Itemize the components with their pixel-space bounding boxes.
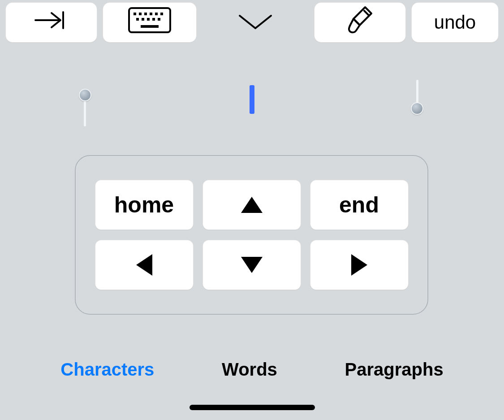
svg-rect-9 [136,18,139,21]
arrow-up-button[interactable] [202,180,301,230]
tab-characters[interactable]: Characters [60,359,154,380]
keyboard-button[interactable] [103,2,197,43]
tab-characters-label: Characters [60,359,154,379]
svg-rect-4 [139,13,142,15]
toolbar: undo [0,2,504,43]
home-label: home [114,192,174,218]
svg-rect-11 [147,18,150,21]
tab-paragraphs[interactable]: Paragraphs [345,359,444,380]
undo-button[interactable]: undo [411,2,499,43]
svg-rect-7 [155,13,158,15]
tab-words[interactable]: Words [222,359,277,380]
svg-rect-8 [160,13,163,15]
tab-paragraphs-label: Paragraphs [345,359,444,379]
arrow-left-button[interactable] [95,240,194,290]
keyboard-icon [127,6,172,39]
selection-handle-stem-left [84,100,86,126]
home-indicator[interactable] [190,405,315,410]
tab-button[interactable] [5,2,97,43]
granularity-segmented-control: Characters Words Paragraphs [0,359,504,380]
toolbar-center [202,2,309,43]
tab-icon [33,9,70,35]
arrow-down-button[interactable] [202,240,301,290]
arrow-down-icon [241,257,263,273]
svg-rect-12 [152,18,155,21]
paintbrush-icon [345,4,376,40]
selection-handle-right[interactable] [411,102,423,115]
svg-rect-13 [158,18,160,21]
arrow-left-icon [136,254,152,276]
svg-rect-5 [144,13,147,15]
arrow-right-icon [351,254,367,276]
svg-line-15 [364,11,369,15]
svg-rect-6 [150,13,152,15]
format-brush-button[interactable] [314,2,406,43]
text-caret [250,85,254,114]
collapse-button[interactable] [235,12,276,33]
text-selection-area [0,72,504,126]
tab-words-label: Words [222,359,277,379]
selection-handle-left[interactable] [79,89,91,101]
end-button[interactable]: end [310,180,409,230]
navigation-pad: home end [75,155,428,315]
end-label: end [339,192,379,218]
svg-rect-14 [141,25,159,28]
svg-rect-10 [142,18,144,21]
home-button[interactable]: home [95,180,194,230]
chevron-down-icon [235,26,276,33]
svg-rect-3 [134,13,136,15]
arrow-right-button[interactable] [310,240,409,290]
arrow-up-icon [241,197,263,213]
undo-label: undo [434,12,476,33]
